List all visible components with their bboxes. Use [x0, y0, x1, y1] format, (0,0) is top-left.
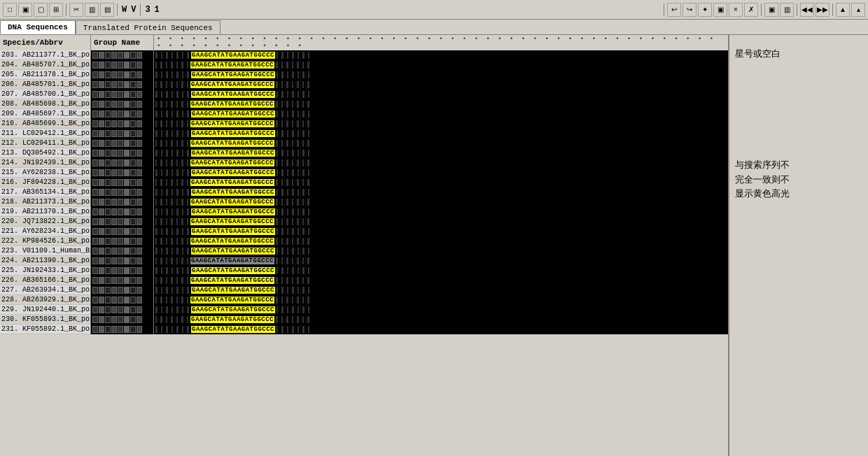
toolbar-3-label: 3 — [144, 5, 151, 15]
species-cell: 208. AB485698.1_BK_poly — [0, 99, 91, 109]
sequence-cell: GAAGCATATGAAGATGGCCC — [154, 90, 728, 99]
toolbar-up[interactable]: ▲ — [836, 3, 850, 17]
toolbar-upsmall[interactable]: ▴ — [851, 3, 865, 17]
table-row[interactable]: 226. AB365166.1_BK_polyGAAGCATATGAAGATGG… — [0, 276, 728, 285]
sequence-list[interactable]: 203. AB211377.1_BK_polyGAAGCATATGAAGATGG… — [0, 50, 728, 456]
tab-dna-sequences[interactable]: DNA Sequences — [0, 20, 76, 34]
table-row[interactable]: 217. AB365134.1_BK_polyGAAGCATATGAAGATGG… — [0, 187, 728, 197]
species-cell: 209. AB485697.1_BK_poly — [0, 109, 91, 119]
toolbar-img2[interactable]: ▥ — [780, 3, 794, 17]
species-cell: 226. AB365166.1_BK_poly — [0, 276, 91, 285]
toolbar-new[interactable]: □ — [3, 3, 17, 17]
sequence-cell: GAAGCATATGAAGATGGCCC — [154, 60, 728, 70]
sequence-cell: GAAGCATATGAAGATGGCCC — [154, 158, 728, 168]
table-row[interactable]: 224. AB211390.1_BK_polyGAAGCATATGAAGATGG… — [0, 256, 728, 266]
group-cell — [91, 70, 154, 80]
species-cell: 205. AB211378.1_BK_poly — [0, 70, 91, 80]
table-row[interactable]: 213. DQ305492.1_BK_polGAAGCATATGAAGATGGC… — [0, 148, 728, 158]
table-row[interactable]: 215. AY628238.1_BK_polyGAAGCATATGAAGATGG… — [0, 168, 728, 178]
table-row[interactable]: 221. AY628234.1_BK_polyGAAGCATATGAAGATGG… — [0, 227, 728, 236]
sep5 — [761, 3, 762, 16]
toolbar-cut[interactable]: ✂ — [69, 3, 83, 17]
species-cell: 221. AY628234.1_BK_poly — [0, 227, 91, 236]
species-cell: 217. AB365134.1_BK_poly — [0, 187, 91, 197]
group-column-header: Group Name — [91, 35, 154, 50]
table-row[interactable]: 211. LC029412.1_BK_polyGAAGCATATGAAGATGG… — [0, 129, 728, 138]
down-arrow-indicator: ▼ — [430, 53, 439, 69]
sequence-cell: GAAGCATATGAAGATGGCCC — [154, 50, 728, 60]
table-row[interactable]: 223. V01109.1_Human_BKGAAGCATATGAAGATGGC… — [0, 246, 728, 256]
group-cell — [91, 80, 154, 90]
table-row[interactable]: 220. JQ713822.1_BK_polyGAAGCATATGAAGATGG… — [0, 217, 728, 227]
table-row[interactable]: 214. JN192439.1_BK_polyGAAGCATATGAAGATGG… — [0, 158, 728, 168]
table-row[interactable]: 212. LC029411.1_BK_polyGAAGCATATGAAGATGG… — [0, 138, 728, 148]
toolbar-box[interactable]: ▣ — [713, 3, 727, 17]
table-row[interactable]: 218. AB211373.1_BK_polyGAAGCATATGAAGATGG… — [0, 197, 728, 207]
group-cell — [91, 256, 154, 266]
sequence-cell: GAAGCATATGAAGATGGCCC — [154, 246, 728, 256]
toolbar-w-label: W — [120, 5, 128, 15]
sequence-cell: GAAGCATATGAAGATGGCCC — [154, 325, 728, 334]
annotation-bottom: 与搜索序列不 完全一致则不 显示黄色高光 — [732, 156, 865, 205]
table-row[interactable]: 227. AB263934.1_BK_polyGAAGCATATGAAGATGG… — [0, 285, 728, 295]
tab-protein-sequences[interactable]: Translated Protein Sequences — [76, 20, 220, 34]
toolbar-print[interactable]: ⊞ — [49, 3, 63, 17]
sequence-cell: GAAGCATATGAAGATGGCCC — [154, 256, 728, 266]
table-row[interactable]: 205. AB211378.1_BK_polyGAAGCATATGAAGATGG… — [0, 70, 728, 80]
toolbar-forward[interactable]: ▶▶ — [816, 3, 830, 17]
table-row[interactable]: 228. AB263929.1_BK_polyGAAGCATATGAAGATGG… — [0, 295, 728, 305]
table-row[interactable]: 229. JN192440.1_BK_polyGAAGCATATGAAGATGG… — [0, 305, 728, 315]
species-cell: 228. AB263929.1_BK_poly — [0, 295, 91, 305]
group-cell — [91, 325, 154, 334]
table-row[interactable]: 206. AB485701.1_BK_polyGAAGCATATGAAGATGG… — [0, 80, 728, 90]
table-row[interactable]: 210. AB485699.1_BK_polyGAAGCATATGAAGATGG… — [0, 119, 728, 129]
toolbar-img1[interactable]: ▣ — [764, 3, 778, 17]
group-cell — [91, 236, 154, 246]
table-row[interactable]: 208. AB485698.1_BK_polyGAAGCATATGAAGATGG… — [0, 99, 728, 109]
toolbar-cross[interactable]: ✗ — [744, 3, 758, 17]
species-cell: 216. JF894228.1_BK_poly — [0, 178, 91, 187]
toolbar-paste[interactable]: ▤ — [100, 3, 114, 17]
sequence-dots-header: • • • • • • • • • • • • • • • • • • • • … — [154, 35, 728, 50]
table-row[interactable]: 209. AB485697.1_BK_polyGAAGCATATGAAGATGG… — [0, 109, 728, 119]
table-row[interactable]: 230. KF055893.1_BK_polyGAAGCATATGAAGATGG… — [0, 315, 728, 325]
toolbar-1-label: 1 — [153, 5, 161, 15]
toolbar-undo[interactable]: ↩ — [667, 3, 681, 17]
toolbar-x[interactable]: × — [729, 3, 743, 17]
table-row[interactable]: 203. AB211377.1_BK_polyGAAGCATATGAAGATGG… — [0, 50, 728, 60]
toolbar-save[interactable]: ▢ — [34, 3, 48, 17]
toolbar-redo[interactable]: ↪ — [682, 3, 696, 17]
toolbar-rewind[interactable]: ◀◀ — [800, 3, 814, 17]
group-cell — [91, 295, 154, 305]
species-cell: 203. AB211377.1_BK_poly — [0, 50, 91, 60]
table-row[interactable]: 225. JN192433.1_BK_polyGAAGCATATGAAGATGG… — [0, 266, 728, 276]
species-cell: 227. AB263934.1_BK_poly — [0, 285, 91, 295]
sequence-cell: GAAGCATATGAAGATGGCCC — [154, 217, 728, 227]
table-row[interactable]: 207. AB485700.1_BK_polyGAAGCATATGAAGATGG… — [0, 90, 728, 99]
sequence-cell: GAAGCATATGAAGATGGCCC — [154, 168, 728, 178]
group-cell — [91, 50, 154, 60]
species-cell: 230. KF055893.1_BK_poly — [0, 315, 91, 325]
toolbar-v-label: V — [130, 5, 137, 15]
toolbar-open[interactable]: ▣ — [18, 3, 32, 17]
sequence-cell: GAAGCATATGAAGATGGCCC — [154, 285, 728, 295]
table-row[interactable]: 222. KP984526.1_BK_polyGAAGCATATGAAGATGG… — [0, 236, 728, 246]
table-row[interactable]: 219. AB211370.1_BK_polyGAAGCATATGAAGATGG… — [0, 207, 728, 217]
toolbar-star[interactable]: ✦ — [698, 3, 712, 17]
table-row[interactable]: 204. AB485707.1_BK_polyGAAGCATATGAAGATGG… — [0, 60, 728, 70]
species-column-header: Species/Abbrv — [0, 35, 91, 50]
species-cell: 213. DQ305492.1_BK_pol — [0, 148, 91, 158]
species-cell: 231. KF055892.1_BK_poly — [0, 325, 91, 334]
main-area: Species/Abbrv Group Name • • • • • • • •… — [0, 35, 868, 456]
group-cell — [91, 158, 154, 168]
group-cell — [91, 207, 154, 217]
sequence-cell: GAAGCATATGAAGATGGCCC — [154, 129, 728, 138]
species-cell: 229. JN192440.1_BK_poly — [0, 305, 91, 315]
sep6 — [797, 3, 797, 16]
table-row[interactable]: 231. KF055892.1_BK_polyGAAGCATATGAAGATGG… — [0, 325, 728, 334]
group-cell — [91, 285, 154, 295]
species-cell: 211. LC029412.1_BK_poly — [0, 129, 91, 138]
table-row[interactable]: 216. JF894228.1_BK_polyGAAGCATATGAAGATGG… — [0, 178, 728, 187]
toolbar-copy[interactable]: ▥ — [85, 3, 99, 17]
species-cell: 214. JN192439.1_BK_poly — [0, 158, 91, 168]
